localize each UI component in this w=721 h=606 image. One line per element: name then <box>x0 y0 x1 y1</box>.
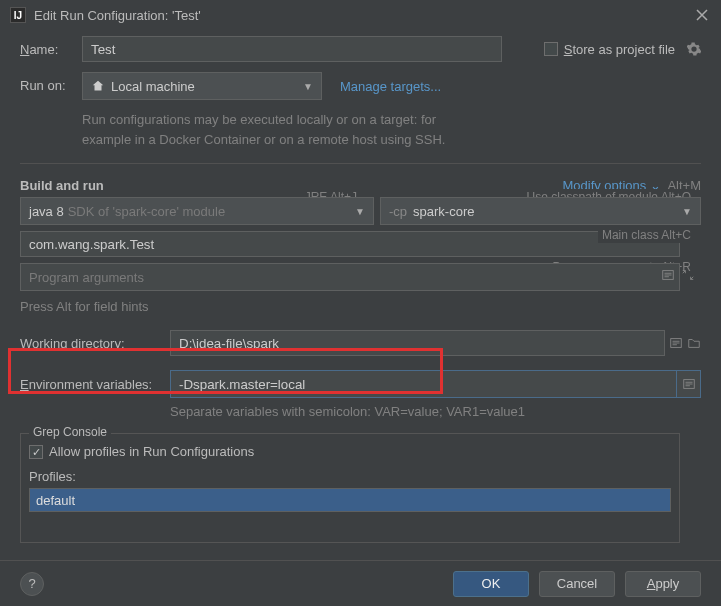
grep-console-group: Grep Console Allow profiles in Run Confi… <box>20 433 680 543</box>
apply-button[interactable]: Apply <box>625 571 701 597</box>
expand-icon[interactable] <box>681 268 695 282</box>
folder-icon[interactable] <box>687 336 701 350</box>
close-icon[interactable] <box>693 6 711 24</box>
store-checkbox[interactable] <box>544 42 558 56</box>
store-label: Store as project file <box>564 42 675 57</box>
program-args-placeholder: Program arguments <box>29 270 144 285</box>
profile-item: default <box>36 493 75 508</box>
home-icon <box>91 79 105 93</box>
jre-ghost: SDK of 'spark-core' module <box>68 204 225 219</box>
program-args-input[interactable]: Program arguments <box>20 263 680 291</box>
mainclass-hint: Main class Alt+C <box>598 227 695 243</box>
working-dir-label: Working directory: <box>20 336 170 351</box>
env-vars-input[interactable] <box>170 370 677 398</box>
list-icon[interactable] <box>677 370 701 398</box>
bottom-bar: ? OK Cancel Apply <box>0 560 721 606</box>
chevron-down-icon: ▼ <box>355 206 365 217</box>
jre-value: java 8 <box>29 204 64 219</box>
env-vars-label: Environment variables: <box>20 377 170 392</box>
gear-icon[interactable] <box>687 42 701 56</box>
runon-help-text: Run configurations may be executed local… <box>82 110 482 149</box>
runon-value: Local machine <box>111 79 195 94</box>
runon-select[interactable]: Local machine ▼ <box>82 72 322 100</box>
ok-button[interactable]: OK <box>453 571 529 597</box>
cp-value: spark-core <box>413 204 474 219</box>
main-class-input[interactable] <box>20 231 680 257</box>
dialog-title: Edit Run Configuration: 'Test' <box>34 8 693 23</box>
chevron-down-icon: ▼ <box>682 206 692 217</box>
profiles-label: Profiles: <box>29 469 671 484</box>
chevron-down-icon: ▼ <box>303 81 313 92</box>
alt-hint: Press Alt for field hints <box>20 299 701 314</box>
history-icon[interactable] <box>669 336 683 350</box>
manage-targets-link[interactable]: Manage targets... <box>340 79 441 94</box>
allow-profiles-label: Allow profiles in Run Configurations <box>49 444 254 459</box>
history-icon[interactable] <box>661 268 675 282</box>
classpath-select[interactable]: -cp spark-core ▼ <box>380 197 701 225</box>
build-run-title: Build and run <box>20 178 104 193</box>
help-button[interactable]: ? <box>20 572 44 596</box>
grep-legend: Grep Console <box>29 425 111 439</box>
profiles-select[interactable]: default <box>29 488 671 512</box>
env-help-text: Separate variables with semicolon: VAR=v… <box>170 404 701 419</box>
jre-select[interactable]: java 8 SDK of 'spark-core' module ▼ <box>20 197 374 225</box>
titlebar: IJ Edit Run Configuration: 'Test' <box>0 0 721 30</box>
cancel-button[interactable]: Cancel <box>539 571 615 597</box>
name-input[interactable] <box>82 36 502 62</box>
allow-profiles-checkbox[interactable] <box>29 445 43 459</box>
intellij-icon: IJ <box>10 7 26 23</box>
name-label: Name: <box>20 42 82 57</box>
runon-label: Run on: <box>20 72 82 93</box>
working-dir-input[interactable] <box>170 330 665 356</box>
cp-prefix: -cp <box>389 204 407 219</box>
